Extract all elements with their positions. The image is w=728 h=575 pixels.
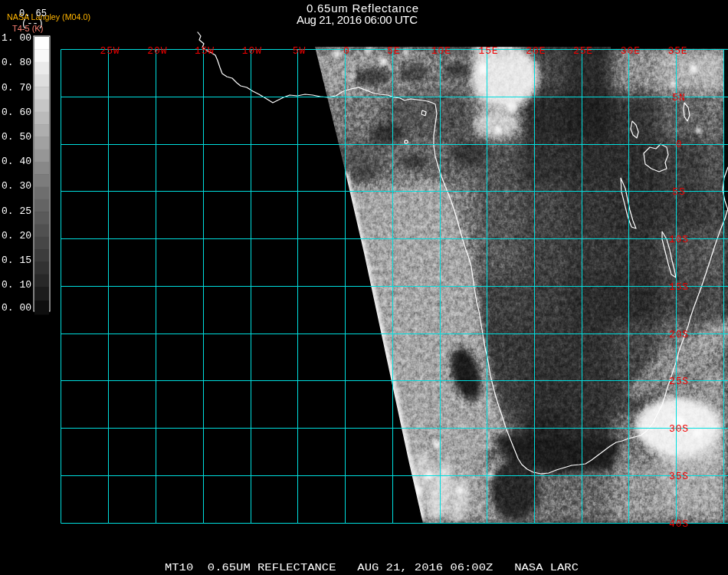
svg-text:1. 00: 1. 00 — [2, 32, 31, 44]
svg-text:35E: 35E — [667, 45, 687, 57]
svg-text:10S: 10S — [669, 234, 689, 245]
svg-text:0. 65: 0. 65 — [19, 8, 47, 19]
svg-text:5E: 5E — [387, 45, 400, 57]
svg-text:0. 30: 0. 30 — [2, 180, 31, 192]
svg-text:15S: 15S — [669, 281, 689, 293]
svg-text:15W: 15W — [195, 45, 215, 57]
svg-text:30S: 30S — [669, 423, 689, 435]
svg-text:0. 40: 0. 40 — [2, 156, 31, 167]
svg-text:5W: 5W — [293, 45, 306, 57]
svg-text:25S: 25S — [669, 376, 689, 387]
svg-text:0. 80: 0. 80 — [2, 57, 31, 68]
svg-text:5N: 5N — [672, 92, 685, 104]
svg-text:10E: 10E — [431, 45, 451, 57]
svg-text:0. 15: 0. 15 — [2, 255, 31, 266]
svg-text:MT10 0.65UM REFLECTANCE AUG: MT10 0.65UM REFLECTANCE AUG 21, 2016 06:… — [165, 562, 579, 573]
svg-text:0. 10: 0. 10 — [2, 279, 31, 291]
svg-text:0. 50: 0. 50 — [2, 131, 31, 143]
svg-text:20W: 20W — [147, 45, 167, 57]
svg-text:0: 0 — [343, 45, 350, 57]
svg-text:25E: 25E — [573, 45, 593, 57]
svg-text:35S: 35S — [669, 471, 689, 482]
svg-text:0. 00: 0. 00 — [2, 302, 31, 314]
svg-text:25W: 25W — [100, 45, 120, 57]
svg-text:0: 0 — [676, 139, 683, 150]
svg-text:10W: 10W — [242, 45, 262, 57]
svg-text:15E: 15E — [478, 45, 498, 57]
svg-text:30E: 30E — [621, 45, 641, 57]
svg-text:5S: 5S — [672, 186, 685, 198]
svg-text:0. 70: 0. 70 — [2, 82, 31, 94]
svg-text:40S: 40S — [669, 518, 689, 530]
svg-text:20E: 20E — [526, 45, 546, 57]
svg-text:0. 20: 0. 20 — [2, 230, 31, 242]
svg-text:0. 60: 0. 60 — [2, 107, 31, 118]
svg-text:0. 25: 0. 25 — [2, 205, 31, 217]
svg-text:Aug 21, 2016 06:00 UTC: Aug 21, 2016 06:00 UTC — [297, 13, 418, 26]
svg-text:20S: 20S — [669, 329, 689, 340]
